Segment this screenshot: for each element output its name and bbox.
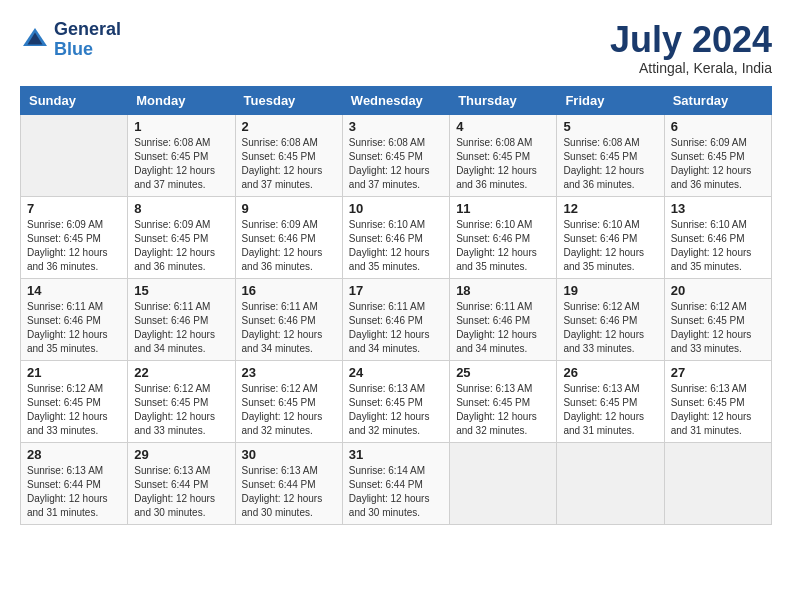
- calendar-cell: 6Sunrise: 6:09 AM Sunset: 6:45 PM Daylig…: [664, 114, 771, 196]
- calendar-cell: 29Sunrise: 6:13 AM Sunset: 6:44 PM Dayli…: [128, 442, 235, 524]
- day-info: Sunrise: 6:11 AM Sunset: 6:46 PM Dayligh…: [242, 300, 336, 356]
- day-info: Sunrise: 6:14 AM Sunset: 6:44 PM Dayligh…: [349, 464, 443, 520]
- day-info: Sunrise: 6:09 AM Sunset: 6:45 PM Dayligh…: [27, 218, 121, 274]
- day-number: 22: [134, 365, 228, 380]
- header-cell-wednesday: Wednesday: [342, 86, 449, 114]
- calendar-cell: 15Sunrise: 6:11 AM Sunset: 6:46 PM Dayli…: [128, 278, 235, 360]
- calendar-table: SundayMondayTuesdayWednesdayThursdayFrid…: [20, 86, 772, 525]
- calendar-cell: 4Sunrise: 6:08 AM Sunset: 6:45 PM Daylig…: [450, 114, 557, 196]
- day-number: 15: [134, 283, 228, 298]
- day-number: 10: [349, 201, 443, 216]
- day-info: Sunrise: 6:09 AM Sunset: 6:45 PM Dayligh…: [134, 218, 228, 274]
- logo-text: General Blue: [54, 20, 121, 60]
- calendar-cell: [21, 114, 128, 196]
- day-info: Sunrise: 6:12 AM Sunset: 6:45 PM Dayligh…: [27, 382, 121, 438]
- day-number: 2: [242, 119, 336, 134]
- calendar-cell: 5Sunrise: 6:08 AM Sunset: 6:45 PM Daylig…: [557, 114, 664, 196]
- calendar-cell: 19Sunrise: 6:12 AM Sunset: 6:46 PM Dayli…: [557, 278, 664, 360]
- day-info: Sunrise: 6:12 AM Sunset: 6:45 PM Dayligh…: [242, 382, 336, 438]
- day-number: 25: [456, 365, 550, 380]
- logo: General Blue: [20, 20, 121, 60]
- day-info: Sunrise: 6:10 AM Sunset: 6:46 PM Dayligh…: [349, 218, 443, 274]
- day-info: Sunrise: 6:08 AM Sunset: 6:45 PM Dayligh…: [456, 136, 550, 192]
- day-number: 4: [456, 119, 550, 134]
- calendar-cell: 24Sunrise: 6:13 AM Sunset: 6:45 PM Dayli…: [342, 360, 449, 442]
- calendar-cell: 16Sunrise: 6:11 AM Sunset: 6:46 PM Dayli…: [235, 278, 342, 360]
- day-number: 17: [349, 283, 443, 298]
- day-info: Sunrise: 6:13 AM Sunset: 6:45 PM Dayligh…: [349, 382, 443, 438]
- day-number: 13: [671, 201, 765, 216]
- day-number: 9: [242, 201, 336, 216]
- calendar-cell: 18Sunrise: 6:11 AM Sunset: 6:46 PM Dayli…: [450, 278, 557, 360]
- day-number: 20: [671, 283, 765, 298]
- day-number: 31: [349, 447, 443, 462]
- day-info: Sunrise: 6:13 AM Sunset: 6:44 PM Dayligh…: [242, 464, 336, 520]
- day-info: Sunrise: 6:09 AM Sunset: 6:46 PM Dayligh…: [242, 218, 336, 274]
- day-number: 30: [242, 447, 336, 462]
- day-info: Sunrise: 6:11 AM Sunset: 6:46 PM Dayligh…: [349, 300, 443, 356]
- day-info: Sunrise: 6:08 AM Sunset: 6:45 PM Dayligh…: [349, 136, 443, 192]
- calendar-cell: 3Sunrise: 6:08 AM Sunset: 6:45 PM Daylig…: [342, 114, 449, 196]
- calendar-cell: 11Sunrise: 6:10 AM Sunset: 6:46 PM Dayli…: [450, 196, 557, 278]
- header-cell-tuesday: Tuesday: [235, 86, 342, 114]
- header-row: SundayMondayTuesdayWednesdayThursdayFrid…: [21, 86, 772, 114]
- calendar-cell: 23Sunrise: 6:12 AM Sunset: 6:45 PM Dayli…: [235, 360, 342, 442]
- calendar-cell: 9Sunrise: 6:09 AM Sunset: 6:46 PM Daylig…: [235, 196, 342, 278]
- day-info: Sunrise: 6:13 AM Sunset: 6:44 PM Dayligh…: [134, 464, 228, 520]
- day-info: Sunrise: 6:11 AM Sunset: 6:46 PM Dayligh…: [27, 300, 121, 356]
- day-number: 27: [671, 365, 765, 380]
- day-number: 7: [27, 201, 121, 216]
- day-info: Sunrise: 6:09 AM Sunset: 6:45 PM Dayligh…: [671, 136, 765, 192]
- calendar-cell: 10Sunrise: 6:10 AM Sunset: 6:46 PM Dayli…: [342, 196, 449, 278]
- day-number: 24: [349, 365, 443, 380]
- title-block: July 2024 Attingal, Kerala, India: [610, 20, 772, 76]
- day-info: Sunrise: 6:13 AM Sunset: 6:44 PM Dayligh…: [27, 464, 121, 520]
- week-row-1: 7Sunrise: 6:09 AM Sunset: 6:45 PM Daylig…: [21, 196, 772, 278]
- day-number: 23: [242, 365, 336, 380]
- day-info: Sunrise: 6:13 AM Sunset: 6:45 PM Dayligh…: [563, 382, 657, 438]
- day-number: 1: [134, 119, 228, 134]
- calendar-cell: 20Sunrise: 6:12 AM Sunset: 6:45 PM Dayli…: [664, 278, 771, 360]
- day-info: Sunrise: 6:11 AM Sunset: 6:46 PM Dayligh…: [134, 300, 228, 356]
- day-info: Sunrise: 6:11 AM Sunset: 6:46 PM Dayligh…: [456, 300, 550, 356]
- calendar-cell: 7Sunrise: 6:09 AM Sunset: 6:45 PM Daylig…: [21, 196, 128, 278]
- month-title: July 2024: [610, 20, 772, 60]
- calendar-cell: 25Sunrise: 6:13 AM Sunset: 6:45 PM Dayli…: [450, 360, 557, 442]
- calendar-cell: [664, 442, 771, 524]
- day-info: Sunrise: 6:08 AM Sunset: 6:45 PM Dayligh…: [563, 136, 657, 192]
- calendar-cell: 8Sunrise: 6:09 AM Sunset: 6:45 PM Daylig…: [128, 196, 235, 278]
- day-number: 8: [134, 201, 228, 216]
- page-header: General Blue July 2024 Attingal, Kerala,…: [20, 20, 772, 76]
- week-row-3: 21Sunrise: 6:12 AM Sunset: 6:45 PM Dayli…: [21, 360, 772, 442]
- header-cell-saturday: Saturday: [664, 86, 771, 114]
- day-number: 29: [134, 447, 228, 462]
- calendar-cell: [450, 442, 557, 524]
- calendar-cell: 26Sunrise: 6:13 AM Sunset: 6:45 PM Dayli…: [557, 360, 664, 442]
- day-info: Sunrise: 6:12 AM Sunset: 6:45 PM Dayligh…: [671, 300, 765, 356]
- day-number: 18: [456, 283, 550, 298]
- day-info: Sunrise: 6:08 AM Sunset: 6:45 PM Dayligh…: [134, 136, 228, 192]
- week-row-4: 28Sunrise: 6:13 AM Sunset: 6:44 PM Dayli…: [21, 442, 772, 524]
- calendar-cell: 27Sunrise: 6:13 AM Sunset: 6:45 PM Dayli…: [664, 360, 771, 442]
- day-number: 26: [563, 365, 657, 380]
- calendar-cell: 21Sunrise: 6:12 AM Sunset: 6:45 PM Dayli…: [21, 360, 128, 442]
- day-number: 11: [456, 201, 550, 216]
- day-number: 21: [27, 365, 121, 380]
- day-number: 5: [563, 119, 657, 134]
- day-info: Sunrise: 6:08 AM Sunset: 6:45 PM Dayligh…: [242, 136, 336, 192]
- calendar-cell: 1Sunrise: 6:08 AM Sunset: 6:45 PM Daylig…: [128, 114, 235, 196]
- calendar-cell: 22Sunrise: 6:12 AM Sunset: 6:45 PM Dayli…: [128, 360, 235, 442]
- day-number: 12: [563, 201, 657, 216]
- calendar-cell: 2Sunrise: 6:08 AM Sunset: 6:45 PM Daylig…: [235, 114, 342, 196]
- location: Attingal, Kerala, India: [610, 60, 772, 76]
- week-row-0: 1Sunrise: 6:08 AM Sunset: 6:45 PM Daylig…: [21, 114, 772, 196]
- calendar-cell: 14Sunrise: 6:11 AM Sunset: 6:46 PM Dayli…: [21, 278, 128, 360]
- calendar-cell: 28Sunrise: 6:13 AM Sunset: 6:44 PM Dayli…: [21, 442, 128, 524]
- calendar-cell: 13Sunrise: 6:10 AM Sunset: 6:46 PM Dayli…: [664, 196, 771, 278]
- day-number: 6: [671, 119, 765, 134]
- calendar-cell: 31Sunrise: 6:14 AM Sunset: 6:44 PM Dayli…: [342, 442, 449, 524]
- day-number: 19: [563, 283, 657, 298]
- header-cell-sunday: Sunday: [21, 86, 128, 114]
- day-number: 14: [27, 283, 121, 298]
- header-cell-monday: Monday: [128, 86, 235, 114]
